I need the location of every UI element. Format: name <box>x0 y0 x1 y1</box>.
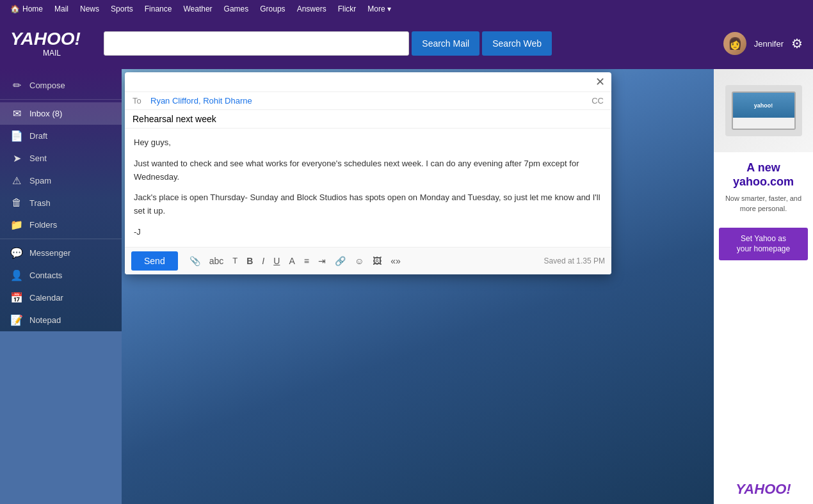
attach-icon[interactable]: 📎 <box>187 255 203 267</box>
content-area: ✕ To Ryan Clifford, Rohit Dharne CC Rehe… <box>122 69 714 504</box>
cc-label[interactable]: CC <box>592 96 604 106</box>
main-layout: ✏ Compose ✉ Inbox (8) 📄 Draft ➤ Sent ⚠ <box>0 69 813 504</box>
sidebar-item-sent[interactable]: ➤ Sent <box>0 147 122 169</box>
avatar[interactable]: 👩 <box>723 32 746 55</box>
sidebar-item-calendar[interactable]: 📅 Calendar <box>0 287 122 309</box>
nav-games[interactable]: Games <box>219 2 254 16</box>
search-web-button[interactable]: Search Web <box>482 31 552 56</box>
ad-image: yahoo! <box>714 69 813 152</box>
notepad-label: Notepad <box>29 315 61 325</box>
nav-mail[interactable]: Mail <box>49 2 74 16</box>
search-bar: Search Mail Search Web <box>104 31 552 56</box>
italic-icon[interactable]: I <box>259 255 267 267</box>
nav-more[interactable]: More ▾ <box>362 2 396 16</box>
body-line3: Jack's place is open Thursday- Sunday an… <box>134 191 602 218</box>
sidebar-divider-2 <box>0 239 122 239</box>
subject-field[interactable]: Rehearsal next week <box>125 110 611 129</box>
link-icon[interactable]: 🔗 <box>332 255 348 267</box>
nav-finance[interactable]: Finance <box>140 2 177 16</box>
bullet-list-icon[interactable]: ≡ <box>302 255 312 267</box>
nav-answers[interactable]: Answers <box>292 2 332 16</box>
nav-home[interactable]: 🏠 Home <box>5 2 48 16</box>
font-size-icon[interactable]: T <box>230 255 240 267</box>
ad-yahoo-logo: YAHOO! <box>729 475 797 504</box>
to-recipients[interactable]: Ryan Clifford, Rohit Dharne <box>150 96 592 106</box>
saved-status: Saved at 1.35 PM <box>544 256 605 265</box>
settings-icon[interactable]: ⚙ <box>791 36 803 51</box>
spam-label: Spam <box>29 176 51 185</box>
calendar-label: Calendar <box>29 293 63 303</box>
spam-icon: ⚠ <box>10 175 23 187</box>
messenger-icon: 💬 <box>10 247 23 259</box>
trash-label: Trash <box>29 198 51 208</box>
bold-icon[interactable]: B <box>244 255 255 267</box>
nav-weather[interactable]: Weather <box>178 2 217 16</box>
sidebar-item-folders[interactable]: 📁 Folders <box>0 214 122 236</box>
sidebar-item-contacts[interactable]: 👤 Contacts <box>0 264 122 287</box>
draft-label: Draft <box>29 131 47 141</box>
header: YAHOO! MAIL Search Mail Search Web 👩 Jen… <box>0 18 813 69</box>
contacts-label: Contacts <box>29 271 62 280</box>
image-icon[interactable]: 🖼 <box>370 255 384 267</box>
search-mail-button[interactable]: Search Mail <box>412 31 479 56</box>
ad-text: A new yahoo.com Now smarter, faster, and… <box>714 152 813 223</box>
yahoo-logo-text: YAHOO! <box>10 29 81 49</box>
body-line1: Hey guys, <box>134 136 602 150</box>
underline-icon[interactable]: U <box>271 255 282 267</box>
body-line4: -J <box>134 226 602 239</box>
sidebar-item-notepad[interactable]: 📝 Notepad <box>0 309 122 331</box>
ad-subtext: Now smarter, faster, and more personal. <box>721 194 805 214</box>
inbox-label: Inbox (8) <box>29 109 62 118</box>
ad-headline: A new yahoo.com <box>721 161 805 189</box>
yahoo-logo: YAHOO! MAIL <box>10 30 93 57</box>
send-button[interactable]: Send <box>131 251 178 271</box>
contacts-icon: 👤 <box>10 269 23 281</box>
to-label: To <box>133 96 145 106</box>
compose-modal-header: ✕ <box>125 72 611 92</box>
nav-sports[interactable]: Sports <box>106 2 138 16</box>
body-line2: Just wanted to check and see what works … <box>134 157 602 184</box>
close-button[interactable]: ✕ <box>595 76 605 88</box>
ad-panel: yahoo! A new yahoo.com Now smarter, fast… <box>714 69 813 504</box>
sidebar: ✏ Compose ✉ Inbox (8) 📄 Draft ➤ Sent ⚠ <box>0 69 122 331</box>
sidebar-item-inbox[interactable]: ✉ Inbox (8) <box>0 102 122 125</box>
folders-icon: 📁 <box>10 219 23 231</box>
top-navigation: 🏠 Home Mail News Sports Finance Weather … <box>0 0 813 18</box>
user-name: Jennifer <box>754 39 784 49</box>
search-input[interactable] <box>104 31 409 56</box>
sidebar-item-messenger[interactable]: 💬 Messenger <box>0 242 122 264</box>
subject-text: Rehearsal next week <box>133 114 216 124</box>
nav-flickr[interactable]: Flickr <box>333 2 362 16</box>
set-homepage-button[interactable]: Set Yahoo as your homepage <box>719 228 809 260</box>
font-color-icon[interactable]: A <box>286 255 297 267</box>
sent-icon: ➤ <box>10 152 23 164</box>
calendar-icon: 📅 <box>10 292 23 304</box>
notepad-icon: 📝 <box>10 314 23 326</box>
expand-icon[interactable]: «» <box>388 255 403 267</box>
folders-label: Folders <box>29 220 57 230</box>
draft-icon: 📄 <box>10 130 23 142</box>
trash-icon: 🗑 <box>10 197 23 209</box>
sent-label: Sent <box>29 154 47 163</box>
sidebar-item-draft[interactable]: 📄 Draft <box>0 125 122 147</box>
inbox-icon: ✉ <box>10 107 23 120</box>
sidebar-item-trash[interactable]: 🗑 Trash <box>0 192 122 214</box>
header-right: 👩 Jennifer ⚙ <box>723 32 803 55</box>
home-icon: 🏠 <box>10 4 20 13</box>
spell-check-icon[interactable]: abc <box>207 255 227 267</box>
indent-icon[interactable]: ⇥ <box>316 255 328 267</box>
sidebar-item-spam[interactable]: ⚠ Spam <box>0 169 122 192</box>
nav-home-label: Home <box>22 4 43 13</box>
nav-groups[interactable]: Groups <box>255 2 290 16</box>
nav-news[interactable]: News <box>75 2 104 16</box>
sidebar-wrapper: ✏ Compose ✉ Inbox (8) 📄 Draft ➤ Sent ⚠ <box>0 69 122 504</box>
mail-logo-sub: MAIL <box>10 49 93 57</box>
email-body[interactable]: Hey guys, Just wanted to check and see w… <box>125 129 611 247</box>
compose-toolbar: Send 📎 abc T B I U A ≡ ⇥ 🔗 ☺ 🖼 «» Saved … <box>125 247 611 274</box>
cta-label: Set Yahoo as your homepage <box>737 234 790 253</box>
compose-button[interactable]: ✏ Compose <box>0 74 122 97</box>
emoji-icon[interactable]: ☺ <box>352 255 366 267</box>
compose-icon: ✏ <box>10 79 23 91</box>
sidebar-divider-1 <box>0 99 122 100</box>
to-field: To Ryan Clifford, Rohit Dharne CC <box>125 92 611 110</box>
